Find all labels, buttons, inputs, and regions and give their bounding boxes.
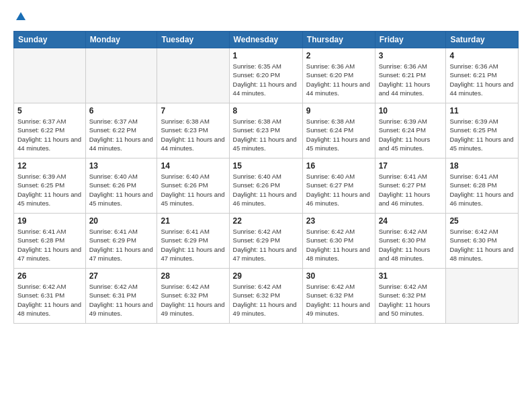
day-number: 24 [379,216,443,226]
day-cell-5: 5Sunrise: 6:37 AMSunset: 6:22 PMDaylight… [14,103,86,158]
day-number: 15 [233,161,299,171]
day-detail: Sunrise: 6:37 AMSunset: 6:22 PMDaylight:… [17,117,82,152]
day-header-tuesday: Tuesday [157,32,229,48]
day-detail: Sunrise: 6:42 AMSunset: 6:30 PMDaylight:… [306,227,371,263]
day-cell-23: 23Sunrise: 6:42 AMSunset: 6:30 PMDayligh… [302,214,375,269]
day-number: 19 [17,216,82,226]
day-detail: Sunrise: 6:38 AMSunset: 6:23 PMDaylight:… [161,117,225,152]
day-detail: Sunrise: 6:39 AMSunset: 6:24 PMDaylight:… [379,117,443,152]
day-detail: Sunrise: 6:42 AMSunset: 6:30 PMDaylight:… [379,227,443,263]
day-detail: Sunrise: 6:40 AMSunset: 6:26 PMDaylight:… [233,172,299,208]
day-number: 28 [161,271,225,281]
day-detail: Sunrise: 6:42 AMSunset: 6:31 PMDaylight:… [17,282,82,318]
day-detail: Sunrise: 6:39 AMSunset: 6:25 PMDaylight:… [17,172,82,208]
logo [13,11,28,23]
day-detail: Sunrise: 6:41 AMSunset: 6:29 PMDaylight:… [161,227,225,263]
logo-text [13,11,28,23]
day-number: 4 [449,51,515,60]
day-cell-12: 12Sunrise: 6:39 AMSunset: 6:25 PMDayligh… [14,158,86,214]
day-header-monday: Monday [85,32,157,48]
week-row-4: 19Sunrise: 6:41 AMSunset: 6:28 PMDayligh… [14,214,519,269]
day-detail: Sunrise: 6:42 AMSunset: 6:32 PMDaylight:… [306,282,371,318]
week-row-2: 5Sunrise: 6:37 AMSunset: 6:22 PMDaylight… [14,103,519,158]
day-cell-8: 8Sunrise: 6:38 AMSunset: 6:23 PMDaylight… [229,103,302,158]
day-detail: Sunrise: 6:41 AMSunset: 6:28 PMDaylight:… [449,172,515,208]
day-number: 9 [306,106,371,116]
day-header-friday: Friday [375,32,446,48]
day-detail: Sunrise: 6:42 AMSunset: 6:30 PMDaylight:… [449,227,515,263]
day-cell-29: 29Sunrise: 6:42 AMSunset: 6:32 PMDayligh… [229,269,302,324]
empty-cell [85,48,157,103]
day-cell-21: 21Sunrise: 6:41 AMSunset: 6:29 PMDayligh… [157,214,229,269]
day-cell-17: 17Sunrise: 6:41 AMSunset: 6:27 PMDayligh… [375,158,446,214]
day-cell-26: 26Sunrise: 6:42 AMSunset: 6:31 PMDayligh… [14,269,86,324]
day-cell-30: 30Sunrise: 6:42 AMSunset: 6:32 PMDayligh… [302,269,375,324]
header [13,11,519,23]
day-detail: Sunrise: 6:37 AMSunset: 6:22 PMDaylight:… [89,117,154,152]
day-cell-22: 22Sunrise: 6:42 AMSunset: 6:29 PMDayligh… [229,214,302,269]
day-cell-31: 31Sunrise: 6:42 AMSunset: 6:32 PMDayligh… [375,269,446,324]
calendar-table: SundayMondayTuesdayWednesdayThursdayFrid… [13,31,519,324]
day-cell-20: 20Sunrise: 6:41 AMSunset: 6:29 PMDayligh… [85,214,157,269]
day-number: 27 [89,271,154,281]
day-cell-2: 2Sunrise: 6:36 AMSunset: 6:20 PMDaylight… [302,48,375,103]
day-cell-18: 18Sunrise: 6:41 AMSunset: 6:28 PMDayligh… [446,158,519,214]
day-cell-11: 11Sunrise: 6:39 AMSunset: 6:25 PMDayligh… [446,103,519,158]
day-cell-16: 16Sunrise: 6:40 AMSunset: 6:27 PMDayligh… [302,158,375,214]
day-cell-7: 7Sunrise: 6:38 AMSunset: 6:23 PMDaylight… [157,103,229,158]
day-cell-25: 25Sunrise: 6:42 AMSunset: 6:30 PMDayligh… [446,214,519,269]
day-header-wednesday: Wednesday [229,32,302,48]
day-detail: Sunrise: 6:36 AMSunset: 6:21 PMDaylight:… [379,62,443,97]
day-detail: Sunrise: 6:39 AMSunset: 6:25 PMDaylight:… [449,117,515,152]
day-number: 26 [17,271,82,281]
day-number: 20 [89,216,154,226]
day-detail: Sunrise: 6:36 AMSunset: 6:20 PMDaylight:… [306,62,371,97]
day-number: 30 [306,271,371,281]
day-header-thursday: Thursday [302,32,375,48]
day-detail: Sunrise: 6:35 AMSunset: 6:20 PMDaylight:… [233,62,299,97]
day-number: 25 [449,216,515,226]
day-detail: Sunrise: 6:42 AMSunset: 6:32 PMDaylight:… [379,282,443,318]
week-row-1: 1Sunrise: 6:35 AMSunset: 6:20 PMDaylight… [14,48,519,103]
week-row-3: 12Sunrise: 6:39 AMSunset: 6:25 PMDayligh… [14,158,519,214]
day-cell-19: 19Sunrise: 6:41 AMSunset: 6:28 PMDayligh… [14,214,86,269]
day-number: 14 [161,161,225,171]
day-header-sunday: Sunday [14,32,86,48]
day-number: 8 [233,106,299,116]
page: SundayMondayTuesdayWednesdayThursdayFrid… [0,0,532,334]
day-number: 23 [306,216,371,226]
day-cell-1: 1Sunrise: 6:35 AMSunset: 6:20 PMDaylight… [229,48,302,103]
day-detail: Sunrise: 6:42 AMSunset: 6:29 PMDaylight:… [233,227,299,263]
day-cell-3: 3Sunrise: 6:36 AMSunset: 6:21 PMDaylight… [375,48,446,103]
days-header-row: SundayMondayTuesdayWednesdayThursdayFrid… [14,32,519,48]
svg-marker-0 [16,12,26,20]
day-cell-28: 28Sunrise: 6:42 AMSunset: 6:32 PMDayligh… [157,269,229,324]
day-number: 7 [161,106,225,116]
day-detail: Sunrise: 6:41 AMSunset: 6:29 PMDaylight:… [89,227,154,263]
day-detail: Sunrise: 6:40 AMSunset: 6:27 PMDaylight:… [306,172,371,208]
day-number: 16 [306,161,371,171]
day-header-saturday: Saturday [446,32,519,48]
day-detail: Sunrise: 6:41 AMSunset: 6:27 PMDaylight:… [379,172,443,208]
day-number: 31 [379,271,443,281]
day-number: 22 [233,216,299,226]
day-number: 17 [379,161,443,171]
day-cell-13: 13Sunrise: 6:40 AMSunset: 6:26 PMDayligh… [85,158,157,214]
empty-cell [14,48,86,103]
day-detail: Sunrise: 6:41 AMSunset: 6:28 PMDaylight:… [17,227,82,263]
day-detail: Sunrise: 6:42 AMSunset: 6:32 PMDaylight:… [161,282,225,318]
day-number: 6 [89,106,154,116]
day-number: 2 [306,51,371,60]
week-row-5: 26Sunrise: 6:42 AMSunset: 6:31 PMDayligh… [14,269,519,324]
day-detail: Sunrise: 6:40 AMSunset: 6:26 PMDaylight:… [161,172,225,208]
day-cell-27: 27Sunrise: 6:42 AMSunset: 6:31 PMDayligh… [85,269,157,324]
day-detail: Sunrise: 6:38 AMSunset: 6:23 PMDaylight:… [233,117,299,152]
day-detail: Sunrise: 6:38 AMSunset: 6:24 PMDaylight:… [306,117,371,152]
day-number: 10 [379,106,443,116]
empty-cell [157,48,229,103]
day-detail: Sunrise: 6:42 AMSunset: 6:32 PMDaylight:… [233,282,299,318]
day-number: 13 [89,161,154,171]
day-detail: Sunrise: 6:36 AMSunset: 6:21 PMDaylight:… [449,62,515,97]
day-number: 29 [233,271,299,281]
day-number: 18 [449,161,515,171]
